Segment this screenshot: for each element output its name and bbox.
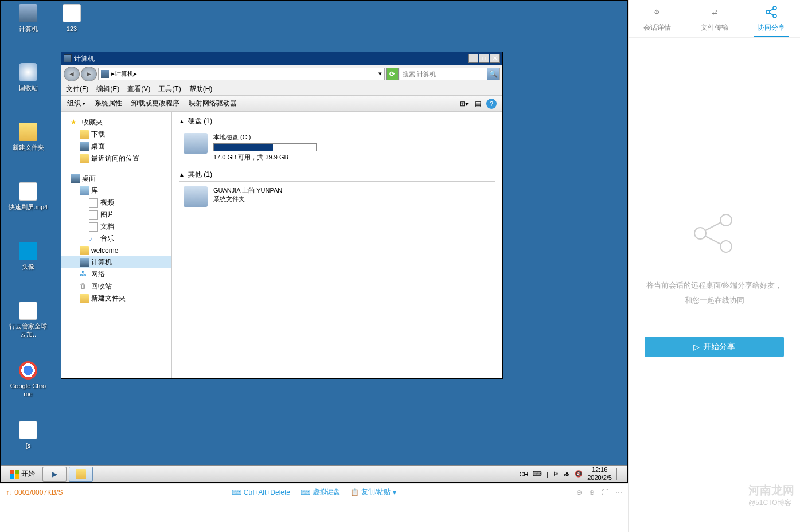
menu-edit[interactable]: 编辑(E)	[96, 84, 119, 94]
tray-icon-flag[interactable]: 🏳	[553, 471, 559, 478]
task-powershell[interactable]: ▶	[42, 467, 67, 482]
zoom-out-button[interactable]: ⊖	[576, 488, 582, 496]
computer-icon	[64, 54, 72, 62]
tree-docs[interactable]: 文档	[61, 221, 171, 233]
netfolder-label: GUANJIA 上的 YUNPAN	[213, 186, 282, 195]
svg-line-3	[770, 9, 774, 11]
drive-icon	[184, 133, 208, 154]
traffic-indicator: ↑↓ 0001/0007KB/S	[6, 488, 63, 496]
desktop-mp4-icon[interactable]: 快速刷屏.mp4	[8, 182, 48, 211]
drive-progress	[213, 143, 317, 151]
preview-pane-button[interactable]: ▤	[473, 99, 483, 109]
desktop-txt-icon[interactable]: 123	[52, 4, 92, 33]
help-button[interactable]: ?	[486, 99, 497, 109]
view-mode-button[interactable]: ⊞▾	[459, 99, 469, 109]
desktop-chrome-icon[interactable]: Google Chrome	[8, 361, 48, 398]
tab-file-transfer[interactable]: ⇄文件传输	[686, 0, 743, 37]
icon-label: [s	[8, 441, 48, 449]
menu-view[interactable]: 查看(V)	[127, 84, 150, 94]
play-icon: ▷	[693, 342, 700, 351]
svg-point-1	[766, 10, 770, 14]
transfer-icon: ⇄	[707, 5, 722, 19]
tree-welcome[interactable]: welcome	[61, 245, 171, 256]
tree-network[interactable]: 🖧网络	[61, 268, 171, 280]
uninstall-button[interactable]: 卸载或更改程序	[131, 99, 179, 108]
svg-point-5	[720, 214, 732, 226]
tree-downloads[interactable]: 下载	[61, 128, 171, 140]
icon-label: 123	[52, 25, 92, 33]
titlebar[interactable]: 计算机 _ □ ✕	[61, 52, 502, 65]
tree-recycle[interactable]: 🗑回收站	[61, 280, 171, 292]
tray-lang[interactable]: CH	[519, 471, 528, 478]
desktop-recycle-icon[interactable]: 回收站	[8, 63, 48, 92]
menu-tools[interactable]: 工具(T)	[158, 84, 181, 94]
tree-library[interactable]: 库	[61, 185, 171, 197]
watermark: 河南龙网 @51CTO博客	[748, 483, 794, 508]
tree-desktop[interactable]: 桌面	[61, 173, 171, 185]
tree-computer[interactable]: 计算机	[61, 256, 171, 268]
menu-help[interactable]: 帮助(H)	[189, 84, 213, 94]
organize-button[interactable]: 组织	[67, 99, 85, 108]
category-other[interactable]: ▲其他 (1)	[179, 170, 495, 182]
windows-icon	[10, 470, 19, 479]
menu-file[interactable]: 文件(F)	[66, 84, 88, 94]
more-button[interactable]: ⋯	[615, 488, 622, 496]
nav-bar: ◄ ► ▸ 计算机 ▸▾ ⟳ 🔍	[61, 65, 502, 83]
back-button[interactable]: ◄	[64, 66, 80, 81]
tree-recent[interactable]: 最近访问的位置	[61, 152, 171, 165]
zoom-in-button[interactable]: ⊕	[589, 488, 595, 496]
icon-label: 新建文件夹	[8, 143, 48, 151]
tree-newfolder[interactable]: 新建文件夹	[61, 292, 171, 304]
desktop-ls-icon[interactable]: [s	[8, 421, 48, 449]
breadcrumb: 计算机	[115, 69, 134, 78]
share-icon	[764, 5, 779, 19]
tab-session-details[interactable]: ⚙会话详情	[629, 0, 686, 37]
drive-c[interactable]: 本地磁盘 (C:) 17.0 GB 可用，共 39.9 GB	[179, 132, 495, 170]
icon-label: 计算机	[8, 25, 48, 33]
desktop-computer-icon[interactable]: 计算机	[8, 4, 48, 33]
start-button[interactable]: 开始	[3, 467, 41, 481]
show-desktop[interactable]	[616, 468, 622, 480]
search-input[interactable]	[400, 71, 487, 77]
desktop-avatar-icon[interactable]: 头像	[8, 242, 48, 271]
search-box[interactable]: 🔍	[400, 68, 500, 80]
desktop-folder-icon[interactable]: 新建文件夹	[8, 123, 48, 151]
mapnet-button[interactable]: 映射网络驱动器	[189, 99, 237, 108]
svg-point-7	[720, 241, 732, 252]
task-explorer[interactable]	[69, 467, 93, 482]
icon-label: 行云管家全球云加..	[8, 322, 48, 339]
tray-ime[interactable]: ⌨	[533, 470, 542, 478]
forward-button[interactable]: ►	[81, 66, 97, 81]
refresh-button[interactable]: ⟳	[386, 68, 399, 80]
svg-point-0	[773, 6, 776, 10]
category-drives[interactable]: ▲硬盘 (1)	[179, 116, 495, 128]
tray-icon-sound[interactable]: 🔇	[575, 470, 583, 478]
tree-favorites[interactable]: ★收藏夹	[61, 116, 171, 128]
icon-label: 回收站	[8, 84, 48, 92]
start-share-button[interactable]: ▷开始分享	[645, 337, 784, 357]
fullscreen-button[interactable]: ⛶	[602, 488, 608, 496]
icon-label: 快速刷屏.mp4	[8, 203, 48, 211]
tray-time[interactable]: 12:16	[587, 466, 612, 474]
tree-video[interactable]: 视频	[61, 197, 171, 209]
address-bar[interactable]: ▸ 计算机 ▸▾	[98, 68, 385, 80]
cad-button[interactable]: ⌨Ctrl+Alt+Delete	[232, 487, 290, 497]
clipboard-button[interactable]: 📋复制/粘贴 ▾	[350, 487, 396, 497]
tree-pictures[interactable]: 图片	[61, 209, 171, 221]
network-folder[interactable]: GUANJIA 上的 YUNPAN 系统文件夹	[179, 185, 495, 215]
tab-collab-share[interactable]: 协同分享	[743, 0, 800, 37]
tree-desktop-fav[interactable]: 桌面	[61, 140, 171, 152]
gear-icon: ⚙	[650, 5, 665, 19]
tree-music[interactable]: ♪音乐	[61, 233, 171, 245]
search-icon[interactable]: 🔍	[487, 68, 499, 80]
tray-icon-net[interactable]: 🖧	[564, 471, 570, 478]
tray: CH ⌨ | 🏳 🖧 🔇 12:162020/2/5	[519, 466, 625, 481]
drive-label: 本地磁盘 (C:)	[213, 133, 317, 142]
sysprops-button[interactable]: 系统属性	[95, 99, 122, 108]
desktop-cloud-icon[interactable]: 行云管家全球云加..	[8, 302, 48, 339]
minimize-button[interactable]: _	[468, 54, 478, 63]
vkeyboard-button[interactable]: ⌨虚拟键盘	[301, 487, 340, 497]
tray-date[interactable]: 2020/2/5	[587, 474, 612, 482]
maximize-button[interactable]: □	[479, 54, 489, 63]
close-button[interactable]: ✕	[490, 54, 500, 63]
